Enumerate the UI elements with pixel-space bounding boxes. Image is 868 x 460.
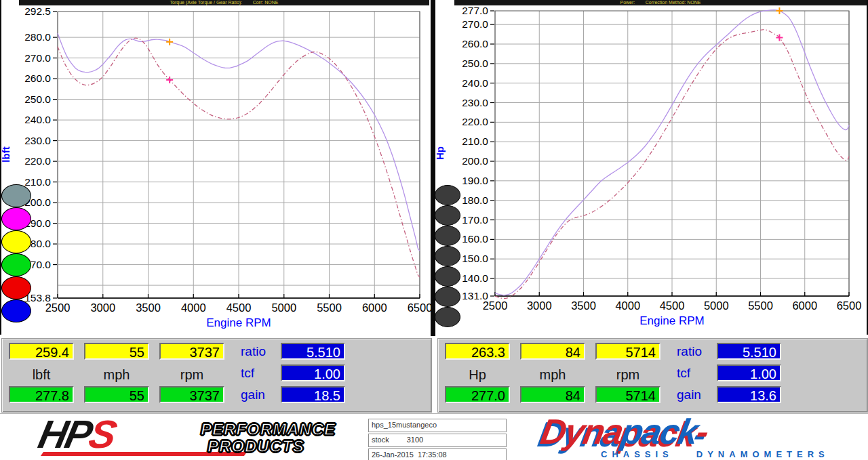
rpm-stock-value: 3737 — [159, 343, 224, 360]
dynapack-logo-mark: Dynapack- — [538, 413, 711, 452]
hps-logo-words: PERFORMANCE PRODUCTS — [201, 421, 336, 455]
svg-text:Engine RPM: Engine RPM — [639, 314, 704, 327]
power-stock-value: 263.3 — [445, 343, 510, 360]
svg-text:3500: 3500 — [136, 301, 161, 314]
run-select-button[interactable] — [1, 299, 31, 322]
speed-unit-label: mph — [520, 367, 585, 382]
svg-text:250.0: 250.0 — [462, 58, 488, 69]
gain-label: gain — [241, 386, 278, 403]
gain-value: 18.5 — [281, 386, 345, 403]
run-select-button[interactable] — [435, 185, 460, 205]
svg-text:Hp: Hp — [435, 146, 446, 160]
run-select-button[interactable] — [1, 276, 31, 299]
svg-text:4000: 4000 — [181, 301, 206, 314]
svg-text:210.0: 210.0 — [24, 176, 51, 188]
torque-stock-value: 259.4 — [9, 343, 74, 360]
chart-divider — [431, 0, 435, 336]
svg-text:277.0: 277.0 — [462, 5, 488, 16]
run-select-button[interactable] — [1, 230, 31, 253]
dyno-app-window: Torque (Axle Torque / Gear Ratio): Corr:… — [0, 0, 868, 460]
run-select-button[interactable] — [435, 246, 460, 266]
svg-text:5000: 5000 — [704, 299, 729, 312]
svg-text:4000: 4000 — [615, 299, 640, 312]
speed-mod-value: 55 — [84, 386, 149, 403]
rpm-stock-value: 5714 — [595, 343, 660, 360]
run-select-button[interactable] — [435, 226, 460, 246]
dynapack-dyna: Dyna — [538, 413, 625, 451]
svg-text:4500: 4500 — [660, 299, 685, 312]
svg-text:270.0: 270.0 — [24, 52, 51, 64]
run-select-button[interactable] — [435, 307, 460, 327]
hps-logo-hp: HP — [35, 413, 94, 456]
power-chart-plot[interactable]: 277.0270.0260.0250.0240.0230.0220.0210.0… — [435, 0, 868, 336]
tcf-value: 1.00 — [717, 364, 781, 381]
run-select-button[interactable] — [435, 266, 460, 287]
svg-text:5500: 5500 — [748, 299, 773, 312]
power-readout-panel: 263.3 84 5714 Hp mph rpm 277.0 84 5714 r… — [437, 338, 868, 413]
speed-stock-value: 55 — [84, 343, 149, 360]
run-select-button[interactable] — [1, 207, 31, 230]
torque-chart-panel: Torque (Axle Torque / Gear Ratio): Corr:… — [0, 0, 431, 336]
dynapack-logo: Dynapack- CHASSISDYNAMOMETERS — [541, 417, 860, 459]
svg-text:140.0: 140.0 — [462, 272, 488, 284]
power-unit-label: Hp — [445, 367, 510, 382]
svg-text:160.0: 160.0 — [462, 233, 488, 245]
run-select-button[interactable] — [1, 184, 31, 207]
hps-word-performance: PERFORMANCE — [201, 421, 336, 438]
run-name-field: hps_15mustangeco — [368, 419, 507, 432]
power-mod-value: 277.0 — [445, 386, 510, 403]
svg-text:220.0: 220.0 — [462, 116, 488, 127]
torque-chart-plot[interactable]: 292.5280.0270.0260.0250.0240.0230.0220.0… — [0, 0, 431, 336]
svg-text:3500: 3500 — [571, 299, 596, 312]
svg-text:6500: 6500 — [837, 299, 862, 312]
dynapack-dynamometers: DYNAMOMETERS — [696, 449, 829, 459]
svg-text:190.0: 190.0 — [462, 175, 488, 186]
svg-text:3000: 3000 — [90, 301, 115, 314]
run-config-field: stock3100 — [368, 434, 507, 447]
hps-logo: HPS PERFORMANCE PRODUCTS — [39, 418, 331, 459]
svg-text:4500: 4500 — [226, 301, 252, 314]
ratio-label: ratio — [677, 343, 714, 360]
tcf-value: 1.00 — [281, 364, 345, 381]
svg-text:180.0: 180.0 — [462, 194, 488, 206]
dynapack-subtitle: CHASSISDYNAMOMETERS — [601, 449, 829, 459]
svg-text:6500: 6500 — [408, 301, 431, 314]
dynapack-chassis: CHASSIS — [601, 449, 673, 459]
rpm-unit-label: rpm — [159, 367, 224, 382]
tcf-label: tcf — [241, 364, 278, 381]
ratio-label: ratio — [241, 343, 278, 360]
hps-word-products: PRODUCTS — [208, 438, 336, 455]
speed-mod-value: 84 — [520, 386, 585, 403]
svg-text:280.0: 280.0 — [24, 31, 51, 43]
readout-region: 259.4 55 3737 lbft mph rpm 277.8 55 3737… — [0, 336, 868, 413]
svg-text:2500: 2500 — [45, 301, 71, 314]
svg-text:260.0: 260.0 — [24, 72, 51, 84]
svg-text:260.0: 260.0 — [462, 38, 488, 49]
rpm-mod-value: 3737 — [159, 386, 224, 403]
svg-text:200.0: 200.0 — [462, 155, 488, 167]
ratio-value: 5.510 — [717, 343, 781, 360]
gain-value: 13.6 — [717, 386, 781, 403]
gain-label: gain — [677, 386, 714, 403]
power-chart-panel: Power: Correction Method: NONE 277.0270.… — [435, 0, 868, 336]
run-select-button[interactable] — [1, 253, 31, 276]
svg-text:210.0: 210.0 — [462, 135, 488, 147]
svg-text:3000: 3000 — [527, 299, 552, 312]
svg-text:230.0: 230.0 — [462, 97, 488, 108]
dynapack-pack: pack — [618, 413, 701, 451]
speed-stock-value: 84 — [520, 343, 585, 360]
svg-text:250.0: 250.0 — [24, 93, 51, 105]
svg-text:lbft: lbft — [0, 146, 12, 162]
svg-text:2500: 2500 — [483, 299, 508, 312]
tcf-label: tcf — [677, 364, 714, 381]
svg-text:220.0: 220.0 — [24, 155, 51, 167]
svg-text:5500: 5500 — [317, 301, 342, 314]
svg-text:230.0: 230.0 — [24, 135, 51, 146]
run-select-button[interactable] — [435, 205, 460, 226]
run-select-button[interactable] — [435, 287, 460, 307]
charts-region: Torque (Axle Torque / Gear Ratio): Corr:… — [0, 0, 868, 336]
torque-unit-label: lbft — [9, 367, 74, 382]
svg-text:240.0: 240.0 — [462, 77, 488, 89]
torque-readout-panel: 259.4 55 3737 lbft mph rpm 277.8 55 3737… — [1, 338, 432, 413]
svg-text:270.0: 270.0 — [462, 18, 488, 30]
